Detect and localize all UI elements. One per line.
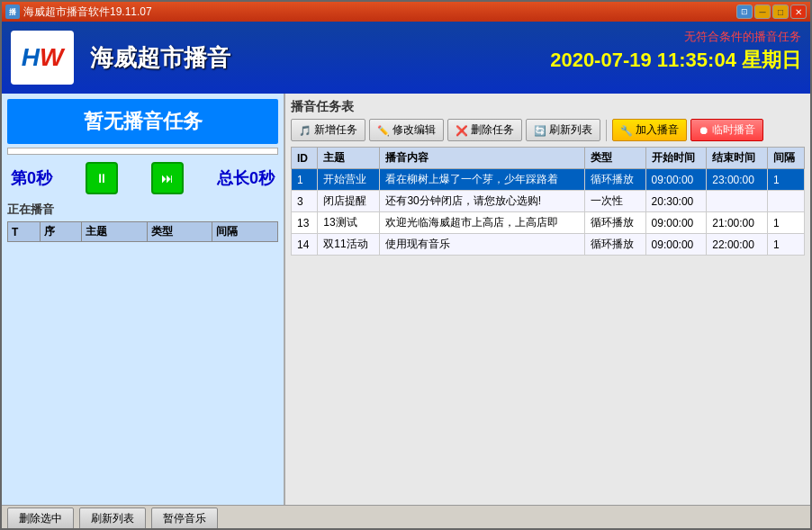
pause-music-toolbar-button[interactable]: ⏺ 临时播音	[690, 119, 763, 141]
task-id: 14	[292, 234, 318, 256]
task-id: 3	[292, 191, 318, 212]
delete-task-button[interactable]: 删除任务	[447, 119, 522, 141]
left-panel: 暂无播音任务 第0秒 ⏸ ⏭ 总长0秒 正在播音 T 序 主题 类型 间隔	[2, 94, 285, 505]
task-interval: 1	[767, 212, 804, 234]
next-button[interactable]: ⏭	[151, 162, 184, 194]
col-id: ID	[292, 148, 318, 169]
col-start: 开始时间	[645, 148, 707, 169]
task-start: 09:00:00	[645, 212, 707, 234]
task-subject: 开始营业	[318, 169, 380, 191]
delete-selected-button[interactable]: 删除选中	[7, 508, 74, 530]
header-right: 无符合条件的播音任务 2020-07-19 11:35:04 星期日	[550, 29, 801, 74]
title-bar-left: 播 海威超市播音软件19.11.07	[5, 4, 152, 20]
col-subject: 主题	[318, 148, 380, 169]
bottom-bar: 删除选中 刷新列表 暂停音乐	[2, 505, 810, 530]
task-type: 循环播放	[584, 234, 645, 256]
close-button[interactable]: ✕	[790, 4, 807, 19]
maximize-button[interactable]: □	[772, 4, 789, 19]
col-content: 播音内容	[380, 148, 584, 169]
table-row[interactable]: 13 13测试 欢迎光临海威超市上高店，上高店即 循环播放 09:00:00 2…	[292, 212, 805, 234]
logo-hw: HW	[22, 43, 64, 72]
title-controls: ⊡ ─ □ ✕	[736, 4, 807, 19]
table-row[interactable]: 14 双11活动 使用现有音乐 循环播放 09:00:00 22:00:00 1	[292, 234, 805, 256]
header: HW 海威超市播音 无符合条件的播音任务 2020-07-19 11:35:04…	[2, 22, 810, 94]
pause-music-bottom-button[interactable]: 暂停音乐	[151, 508, 218, 530]
progress-bar-container	[7, 148, 278, 155]
task-id: 13	[292, 212, 318, 234]
col-interval: 间隔	[767, 148, 804, 169]
join-broadcast-button[interactable]: 加入播音	[612, 119, 687, 141]
join-broadcast-icon	[620, 124, 633, 137]
minimize-button[interactable]: ─	[754, 4, 771, 19]
logo-area: HW 海威超市播音	[11, 31, 230, 85]
new-task-button[interactable]: 新增任务	[291, 119, 365, 141]
no-task-banner: 暂无播音任务	[7, 99, 278, 144]
new-task-icon	[299, 124, 311, 137]
right-panel: 播音任务表 新增任务 修改编辑 删除任务 刷新列表 加入播音	[285, 94, 810, 505]
delete-task-icon	[456, 124, 468, 137]
task-start: 20:30:00	[645, 191, 707, 212]
task-table: ID 主题 播音内容 类型 开始时间 结束时间 间隔 1 开始营业 看在柳树上爆…	[291, 147, 805, 256]
playing-table: T 序 主题 类型 间隔	[7, 221, 278, 242]
refresh-list-bottom-button[interactable]: 刷新列表	[79, 508, 146, 530]
main-content: 暂无播音任务 第0秒 ⏸ ⏭ 总长0秒 正在播音 T 序 主题 类型 间隔	[2, 94, 810, 505]
task-content: 看在柳树上爆了一个芽，少年踩路着	[380, 169, 584, 191]
task-end: 22:00:00	[707, 234, 768, 256]
playing-col-t: T	[8, 222, 41, 242]
task-content: 欢迎光临海威超市上高店，上高店即	[380, 212, 584, 234]
task-subject: 闭店提醒	[318, 191, 380, 212]
task-id: 1	[292, 169, 318, 191]
refresh-list-icon	[534, 124, 546, 137]
toolbar-separator	[606, 120, 607, 141]
current-time-label: 第0秒	[11, 167, 52, 189]
task-type: 循环播放	[584, 212, 645, 234]
playing-col-interval: 间隔	[212, 222, 278, 242]
app-icon: 播	[5, 4, 20, 19]
col-type: 类型	[584, 148, 645, 169]
task-end: 21:00:00	[707, 212, 768, 234]
restore-button[interactable]: ⊡	[736, 4, 753, 19]
task-interval: 1	[767, 169, 804, 191]
task-start: 09:00:00	[645, 234, 707, 256]
player-controls: 第0秒 ⏸ ⏭ 总长0秒	[7, 162, 278, 194]
task-content: 还有30分钟闭店，请您放心选购!	[380, 191, 584, 212]
playing-col-subject: 主题	[82, 222, 148, 242]
company-name: 海威超市播音	[90, 42, 230, 74]
task-interval: 1	[767, 234, 804, 256]
total-time-label: 总长0秒	[217, 167, 275, 189]
pause-circle-icon: ⏺	[699, 124, 709, 137]
task-end	[707, 191, 768, 212]
task-table-title: 播音任务表	[291, 99, 805, 115]
task-end: 23:00:00	[707, 169, 768, 191]
table-row[interactable]: 3 闭店提醒 还有30分钟闭店，请您放心选购! 一次性 20:30:00	[292, 191, 805, 212]
edit-task-icon	[377, 124, 390, 137]
playing-section-label: 正在播音	[7, 202, 278, 218]
app-title: 海威超市播音软件19.11.07	[23, 4, 152, 20]
title-bar: 播 海威超市播音软件19.11.07 ⊡ ─ □ ✕	[2, 2, 810, 22]
playing-col-seq: 序	[40, 222, 81, 242]
table-row[interactable]: 1 开始营业 看在柳树上爆了一个芽，少年踩路着 循环播放 09:00:00 23…	[292, 169, 805, 191]
refresh-list-button[interactable]: 刷新列表	[526, 119, 600, 141]
task-interval	[767, 191, 804, 212]
datetime-text: 2020-07-19 11:35:04 星期日	[550, 47, 801, 74]
no-task-text: 无符合条件的播音任务	[550, 29, 801, 45]
task-type: 一次性	[584, 191, 645, 212]
pause-button[interactable]: ⏸	[86, 162, 118, 194]
edit-task-button[interactable]: 修改编辑	[369, 119, 444, 141]
task-start: 09:00:00	[645, 169, 707, 191]
task-type: 循环播放	[584, 169, 645, 191]
col-end: 结束时间	[707, 148, 768, 169]
task-subject: 13测试	[318, 212, 380, 234]
task-subject: 双11活动	[318, 234, 380, 256]
task-content: 使用现有音乐	[380, 234, 584, 256]
toolbar: 新增任务 修改编辑 删除任务 刷新列表 加入播音 ⏺ 临时播音	[291, 119, 805, 141]
playing-col-type: 类型	[147, 222, 212, 242]
logo-box: HW	[11, 31, 74, 85]
